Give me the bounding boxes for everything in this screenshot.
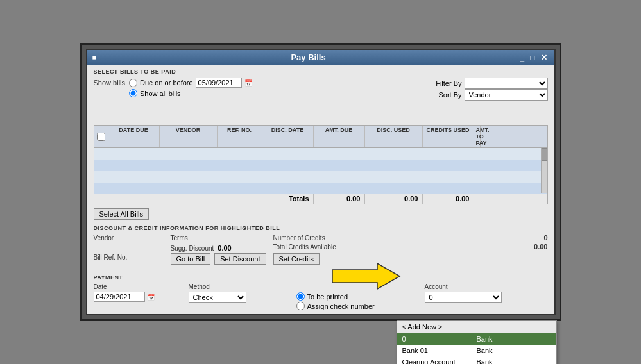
account-label: Account xyxy=(425,283,548,290)
sugg-discount-row: Sugg. Discount 0.00 xyxy=(171,244,273,252)
dropdown-item-type: Bank xyxy=(477,358,551,364)
total-credits-row: Total Credits Available 0.00 xyxy=(273,243,548,251)
right-controls: Filter By Vendor Account Sort By Vendor xyxy=(433,78,548,101)
filter-by-label: Filter By xyxy=(433,79,462,87)
bills-table: DATE DUE VENDOR REF. NO. DISC. DATE AMT.… xyxy=(94,125,548,204)
to-be-printed-radio[interactable] xyxy=(296,292,305,301)
window-content: SELECT BILLS TO BE PAID Show bills Due o… xyxy=(87,65,554,314)
vendor-field: Vendor xyxy=(94,234,171,252)
account-select[interactable]: 0 Bank 01 Clearing Account xyxy=(425,292,502,303)
scrollbar[interactable] xyxy=(541,148,547,193)
calendar-icon[interactable]: 📅 xyxy=(244,79,252,87)
totals-amt-to-pay: 0.00 xyxy=(423,194,474,204)
sort-by-label: Sort By xyxy=(433,91,462,99)
col-credits-used: CREDITS USED xyxy=(423,126,474,147)
show-all-bills-row: Show all bills xyxy=(129,89,252,97)
payment-label: PAYMENT xyxy=(94,274,548,281)
due-on-before-radio[interactable] xyxy=(129,79,137,87)
dropdown-item-clearing[interactable]: Clearing Account Bank xyxy=(397,356,556,364)
table-row[interactable] xyxy=(94,148,547,160)
bill-ref-field: Bill Ref. No. xyxy=(94,253,171,265)
set-discount-button[interactable]: Set Discount xyxy=(214,253,266,265)
payment-grid: Date 📅 Method Check Cash Credit Card xyxy=(94,283,548,310)
scroll-thumb[interactable] xyxy=(542,148,547,161)
total-credits-label: Total Credits Available xyxy=(273,244,336,251)
number-credits-value: 0 xyxy=(543,234,547,242)
assign-check-radio[interactable] xyxy=(296,302,305,310)
account-dropdown-popup: < Add New > 0 Bank Bank 01 Bank Clearing… xyxy=(397,320,557,364)
payment-section: PAYMENT Date 📅 Method Check Cash xyxy=(94,270,548,310)
sort-by-select[interactable]: Vendor Due Date Amount Due xyxy=(465,89,548,101)
method-select[interactable]: Check Cash Credit Card xyxy=(189,292,246,303)
title-bar: ■ Pay Bills _ □ ✕ xyxy=(87,50,554,65)
add-new-option[interactable]: < Add New > xyxy=(397,321,556,333)
date-calendar-icon[interactable]: 📅 xyxy=(147,294,155,301)
top-controls-area: Show bills Due on or before 📅 xyxy=(94,78,548,122)
dropdown-item-type: Bank xyxy=(477,335,551,343)
table-body xyxy=(94,148,547,193)
svg-marker-0 xyxy=(332,263,400,289)
left-controls: Show bills Due on or before 📅 xyxy=(94,78,252,100)
close-button[interactable]: ✕ xyxy=(539,53,549,62)
window-icon: ■ xyxy=(92,54,96,61)
col-checkbox xyxy=(94,126,108,147)
arrow-indicator xyxy=(326,260,403,294)
set-credits-button[interactable]: Set Credits xyxy=(273,253,320,265)
method-label: Method xyxy=(189,283,291,290)
show-all-label: Show all bills xyxy=(140,90,181,97)
date-input[interactable] xyxy=(196,78,242,88)
col-ref-no: REF. NO. xyxy=(218,126,262,147)
date-field: Date 📅 xyxy=(94,283,184,302)
bill-ref-label: Bill Ref. No. xyxy=(94,254,128,261)
filter-by-select[interactable]: Vendor Account xyxy=(465,78,548,89)
dropdown-item-name: Bank 01 xyxy=(402,347,477,354)
col-date-due: DATE DUE xyxy=(108,126,160,147)
set-credits-area: Set Credits xyxy=(273,253,548,265)
filter-by-row: Filter By Vendor Account xyxy=(433,78,548,89)
totals-label: Totals xyxy=(94,194,314,204)
dropdown-item-name: 0 xyxy=(402,335,477,343)
dropdown-item-type: Bank xyxy=(477,347,551,354)
totals-credits-used: 0.00 xyxy=(365,194,423,204)
go-to-bill-button[interactable]: Go to Bill xyxy=(171,253,211,265)
dropdown-item-bank01[interactable]: Bank 01 Bank xyxy=(397,345,556,356)
dropdown-item-name: Clearing Account xyxy=(402,358,477,364)
total-credits-value: 0.00 xyxy=(534,243,547,251)
totals-row: Totals 0.00 0.00 0.00 xyxy=(94,193,547,204)
select-all-bills-button[interactable]: Select All Bills xyxy=(94,208,149,220)
main-window: ■ Pay Bills _ □ ✕ SELECT BILLS TO BE PAI… xyxy=(86,49,556,315)
number-credits-label: Number of Credits xyxy=(273,235,325,242)
select-bills-section: SELECT BILLS TO BE PAID Show bills Due o… xyxy=(94,69,548,220)
number-of-credits-row: Number of Credits 0 xyxy=(273,234,548,242)
show-bills-label: Show bills xyxy=(94,79,126,87)
dropdown-item-0[interactable]: 0 Bank xyxy=(397,333,556,345)
col-amt-to-pay: AMT. TO PAY xyxy=(474,126,481,147)
terms-sugg-field: Terms Sugg. Discount 0.00 xyxy=(171,234,273,252)
select-bills-label: SELECT BILLS TO BE PAID xyxy=(94,69,548,75)
col-vendor: VENDOR xyxy=(160,126,218,147)
sugg-discount-label: Sugg. Discount xyxy=(171,245,214,252)
table-row[interactable] xyxy=(94,160,547,171)
vendor-label: Vendor xyxy=(94,235,114,242)
account-field: Account 0 Bank 01 Clearing Account xyxy=(425,283,548,303)
discount-buttons: Go to Bill Set Discount xyxy=(171,253,273,265)
arrow-svg xyxy=(326,260,403,292)
maximize-button[interactable]: □ xyxy=(528,53,536,62)
col-amt-due: AMT. DUE xyxy=(314,126,365,147)
to-be-printed-label: To be printed xyxy=(307,293,348,301)
outer-border: ■ Pay Bills _ □ ✕ SELECT BILLS TO BE PAI… xyxy=(80,43,561,321)
date-value-input[interactable] xyxy=(94,292,145,302)
select-all-checkbox[interactable] xyxy=(97,133,105,141)
table-row[interactable] xyxy=(94,183,547,194)
discount-row1: Vendor Terms Sugg. Discount 0.00 Number … xyxy=(94,234,548,252)
totals-disc-used: 0.00 xyxy=(314,194,365,204)
minimize-button[interactable]: _ xyxy=(518,53,527,62)
credits-area: Number of Credits 0 Total Credits Availa… xyxy=(273,234,548,252)
table-row[interactable] xyxy=(94,171,547,183)
method-field: Method Check Cash Credit Card xyxy=(189,283,291,303)
sort-by-row: Sort By Vendor Due Date Amount Due xyxy=(433,89,548,101)
due-on-before-label: Due on or before xyxy=(140,79,193,87)
show-all-radio[interactable] xyxy=(129,89,137,97)
due-on-or-before-row: Due on or before 📅 xyxy=(129,78,252,88)
terms-label: Terms xyxy=(171,235,188,242)
